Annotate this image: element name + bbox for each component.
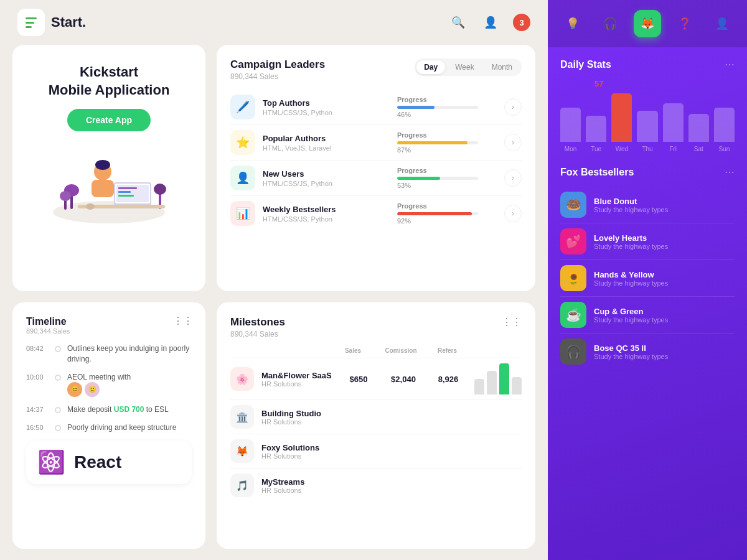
leader-chevron-1[interactable]: ›: [504, 134, 522, 151]
sidebar-fox-icon[interactable]: 🦊: [634, 10, 661, 37]
daily-stats-menu[interactable]: ⋯: [725, 58, 735, 70]
bar-day-1: Tue: [586, 146, 606, 152]
tab-day[interactable]: Day: [416, 60, 445, 74]
milestone-sub-0: HR Solutions: [261, 380, 332, 388]
fox-thumbnail-1: 💕: [560, 228, 586, 254]
notification-badge[interactable]: 3: [513, 14, 530, 31]
leader-info-0: Top Authors HTML/CSS/JS, Python: [263, 98, 390, 116]
milestone-info-2: Foxy Solutions HR Solutions: [261, 443, 388, 460]
bar-fill-0: [560, 108, 581, 142]
fox-info-3: Cup & Green Study the highway types: [594, 307, 735, 324]
tab-month[interactable]: Month: [484, 60, 520, 74]
fox-item-2[interactable]: 🌻 Hands & Yellow Study the highway types: [560, 260, 735, 297]
bar-item-0: [560, 108, 581, 142]
leader-chevron-0[interactable]: ›: [504, 98, 522, 116]
fox-item-1[interactable]: 💕 Lovely Hearts Study the highway types: [560, 223, 735, 260]
timeline-text-4: Poorly driving and keep structure: [67, 422, 176, 433]
milestones-header: Milestones 890,344 Sales ⋮⋮: [230, 316, 522, 338]
col-commission-header: Comission: [379, 347, 423, 354]
milestones-menu-icon[interactable]: ⋮⋮: [502, 316, 522, 328]
svg-rect-9: [118, 195, 134, 197]
milestones-card: Milestones 890,344 Sales ⋮⋮ Sales Comiss…: [217, 302, 535, 549]
fox-sub-4: Study the highway types: [594, 353, 735, 360]
fox-bestsellers-menu[interactable]: ⋯: [725, 166, 735, 178]
user-profile-icon[interactable]: 👤: [481, 12, 500, 32]
leader-name-0: Top Authors: [263, 98, 390, 108]
milestones-list: 🌸 Man&Flower SaaS HR Solutions $650 $2,0…: [230, 358, 522, 502]
leaders-list: 🖊️ Top Authors HTML/CSS/JS, Python Progr…: [230, 90, 522, 231]
timeline-menu-icon[interactable]: ⋮⋮: [173, 315, 193, 327]
bar-fill-6: [714, 108, 735, 142]
progress-section-1: Progress 87%: [397, 131, 497, 154]
fox-thumbnail-0: 🍩: [560, 192, 586, 218]
milestone-icon-3: 🎵: [230, 474, 254, 497]
progress-section-0: Progress 46%: [397, 96, 497, 118]
daily-stats-section: Daily Stats ⋯ 57 MonTueWedThuFriSatSun: [548, 47, 747, 159]
leader-name-2: New Users: [263, 169, 390, 179]
milestone-info-0: Man&Flower SaaS HR Solutions: [261, 371, 332, 388]
milestone-row-3: 🎵 MyStreams HR Solutions: [230, 469, 522, 502]
leader-chevron-3[interactable]: ›: [504, 205, 522, 222]
milestone-icon-0: 🌸: [230, 367, 254, 391]
bar-fill-1: [586, 116, 606, 142]
milestone-sales-val-0: $650: [340, 375, 377, 384]
fox-name-0: Blue Donut: [594, 197, 735, 206]
timeline-item-1: 08:42 Outlines keep you indulging in poo…: [26, 343, 192, 365]
milestones-subtitle: 890,344 Sales: [230, 330, 285, 338]
tab-week[interactable]: Week: [448, 60, 481, 74]
sidebar-headphone-icon[interactable]: 🎧: [596, 10, 624, 37]
leader-chevron-2[interactable]: ›: [504, 169, 522, 187]
sidebar-light-icon[interactable]: 💡: [559, 10, 586, 37]
milestone-name-3: MyStreams: [261, 477, 388, 487]
progress-label-3: Progress: [397, 202, 427, 210]
svg-point-14: [60, 191, 71, 201]
milestone-refers-0: 8,926: [430, 375, 467, 384]
fox-name-1: Lovely Hearts: [594, 233, 735, 243]
logo-icon: [17, 9, 45, 36]
milestone-chart-0: [474, 363, 522, 394]
search-icon[interactable]: 🔍: [448, 12, 468, 32]
react-label: React: [74, 452, 121, 472]
timeline-card: ⋮⋮ Timeline 890,344 Sales 08:42 Outlines…: [12, 302, 205, 549]
progress-pct-1: 87%: [397, 146, 411, 154]
milestone-info-3: MyStreams HR Solutions: [261, 477, 388, 494]
bar-day-4: Fri: [663, 146, 684, 152]
leader-icon-1: ⭐: [230, 130, 255, 155]
milestone-name-0: Man&Flower SaaS: [261, 371, 332, 380]
bar-day-0: Mon: [560, 146, 581, 152]
logo-line-3: [26, 26, 32, 28]
timeline-item-4: 16:50 Poorly driving and keep structure: [26, 422, 192, 433]
progress-bar-container-1: [397, 141, 478, 144]
bar-day-6: Sun: [714, 146, 735, 152]
logo-text: Start.: [51, 14, 86, 30]
milestone-name-1: Building Studio: [261, 409, 388, 418]
sidebar-question-icon[interactable]: ❓: [671, 10, 698, 37]
milestone-row-1: 🏛️ Building Studio HR Solutions: [230, 400, 522, 434]
timeline-avatars: 😊 🙂: [67, 382, 131, 397]
leader-info-2: New Users HTML/CSS/JS, Python: [263, 169, 390, 187]
fox-thumbnail-2: 🌻: [560, 265, 586, 291]
fox-item-3[interactable]: ☕ Cup & Green Study the highway types: [560, 297, 735, 334]
sidebar-user-icon[interactable]: 👤: [708, 10, 736, 37]
fox-info-2: Hands & Yellow Study the highway types: [594, 270, 735, 287]
progress-bar-0: [397, 106, 435, 109]
leader-row-1: ⭐ Popular Authors HTML, VueJS, Laravel P…: [230, 125, 522, 161]
fox-item-4[interactable]: 🎧 Bose QC 35 II Study the highway types: [560, 334, 735, 370]
milestone-row-2: 🦊 Foxy Solutions HR Solutions: [230, 434, 522, 469]
main-area: Start. 🔍 👤 3 Kickstart Mobile Applicatio…: [0, 0, 548, 560]
campaign-tab-group: Day Week Month: [415, 58, 522, 76]
fox-thumbnail-3: ☕: [560, 302, 586, 328]
bar-fill-5: [688, 114, 709, 142]
fox-item-0[interactable]: 🍩 Blue Donut Study the highway types: [560, 187, 735, 223]
fox-info-4: Bose QC 35 II Study the highway types: [594, 343, 735, 360]
timeline-text-3: Make deposit USD 700 to ESL: [67, 404, 169, 415]
milestone-sub-3: HR Solutions: [261, 487, 388, 494]
progress-bar-3: [397, 212, 472, 215]
campaign-card: Campaign Leaders 890,344 Sales Day Week …: [217, 45, 535, 291]
timeline-title: Timeline: [26, 316, 192, 327]
bar-day-3: Thu: [637, 146, 657, 152]
create-app-button[interactable]: Create App: [67, 109, 151, 131]
milestone-commission-val-0: $2,040: [385, 375, 422, 384]
avatar-2: 🙂: [85, 382, 100, 397]
progress-bar-2: [397, 177, 440, 180]
